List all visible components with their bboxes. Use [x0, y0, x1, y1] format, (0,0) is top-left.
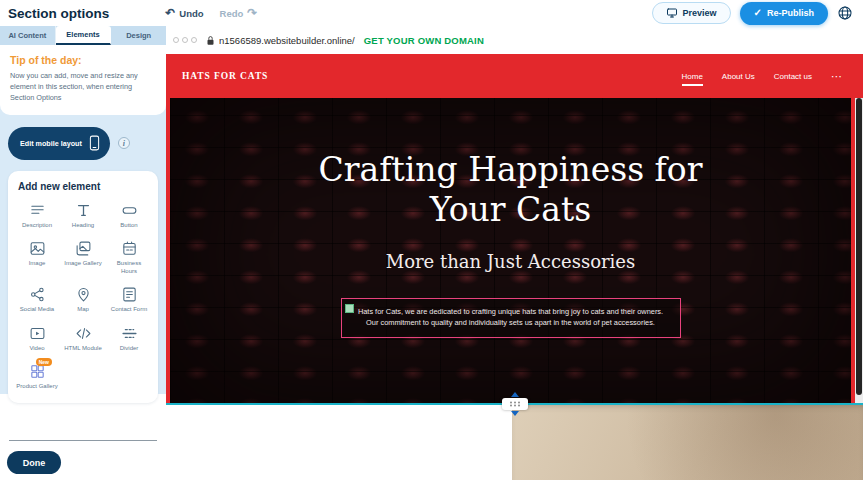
site-logo[interactable]: HATS FOR CATS [182, 71, 268, 81]
edit-mobile-label: Edit mobile layout [20, 139, 82, 148]
heading-icon [75, 202, 92, 219]
preview-label: Preview [683, 8, 717, 18]
undo-icon: ↶ [165, 7, 175, 19]
next-section-blank [166, 404, 512, 480]
nav-more-icon[interactable]: ⋯ [831, 70, 843, 83]
add-element-title: Add new element [18, 181, 148, 192]
tab-design[interactable]: Design [111, 26, 166, 45]
element-social-media[interactable]: Social Media [14, 286, 60, 314]
element-label: Divider [120, 345, 139, 353]
element-divider[interactable]: Divider [106, 325, 152, 353]
element-label: Image [29, 260, 46, 268]
tab-ai-content[interactable]: AI Content [0, 26, 56, 45]
footer-divider [9, 440, 157, 441]
preview-button[interactable]: Preview [652, 2, 731, 24]
element-label: Map [77, 306, 89, 314]
monitor-icon [666, 7, 678, 19]
element-heading[interactable]: Heading [60, 202, 106, 230]
redo-button[interactable]: Redo ↷ [220, 7, 258, 19]
element-description[interactable]: Description [14, 202, 60, 230]
element-html-module[interactable]: HTML Module [60, 325, 106, 353]
republish-button[interactable]: ✓ Re-Publish [740, 2, 828, 25]
element-label: Contact Form [111, 306, 147, 314]
get-your-own-domain-link[interactable]: GET YOUR OWN DOMAIN [364, 35, 484, 46]
button-icon [121, 202, 138, 219]
site-viewport: HATS FOR CATS Home About Us Contact us ⋯… [166, 54, 863, 480]
element-product-gallery[interactable]: New Product Gallery [14, 363, 60, 391]
section-resize-handle[interactable] [502, 392, 528, 416]
site-nav: Home About Us Contact us ⋯ [682, 70, 844, 83]
element-business-hours[interactable]: Business Hours [106, 240, 152, 275]
app: Section options ↶ Undo Redo ↷ Preview ✓ … [0, 0, 863, 480]
undo-button[interactable]: ↶ Undo [165, 7, 203, 19]
image-gallery-icon [75, 240, 92, 257]
browser-chrome: n1566589.websitebuilder.online/ GET YOUR… [166, 26, 863, 54]
sidebar: AI Content Elements Design Tip of the da… [0, 26, 166, 480]
element-label: Video [29, 345, 44, 353]
map-icon [75, 286, 92, 303]
hero-heading[interactable]: Crafting Happiness for Your Cats [291, 150, 731, 231]
element-label: Image Gallery [64, 260, 101, 268]
add-element-panel: Add new element Description Heading Butt… [8, 171, 158, 403]
hero-background-image: Crafting Happiness for Your Cats More th… [170, 98, 851, 404]
element-button[interactable]: Button [106, 202, 152, 230]
html-module-icon [75, 325, 92, 342]
phone-icon [89, 135, 100, 151]
selection-handle[interactable] [345, 304, 354, 313]
business-hours-icon [121, 240, 138, 257]
republish-label: Re-Publish [767, 8, 814, 18]
page-title: Section options [8, 6, 109, 21]
edit-mobile-layout-button[interactable]: Edit mobile layout [8, 127, 110, 160]
image-icon [29, 240, 46, 257]
url-text: n1566589.websitebuilder.online/ [219, 35, 355, 46]
description-icon [29, 202, 46, 219]
browser-dots-icon [173, 37, 197, 43]
element-label: Heading [72, 222, 94, 230]
nav-home[interactable]: Home [682, 72, 703, 81]
done-button[interactable]: Done [7, 451, 61, 474]
check-icon: ✓ [754, 8, 762, 18]
contact-form-icon [121, 286, 138, 303]
element-label: HTML Module [64, 345, 101, 353]
globe-icon[interactable] [837, 5, 853, 21]
tip-of-the-day: Tip of the day: Now you can add, move an… [0, 45, 166, 115]
nav-about-us[interactable]: About Us [722, 72, 755, 81]
new-badge: New [36, 358, 52, 366]
element-grid: Description Heading Button Image [14, 202, 152, 391]
redo-icon: ↷ [247, 7, 257, 19]
hero-section: Crafting Happiness for Your Cats More th… [166, 98, 863, 404]
lock-icon [206, 35, 215, 46]
element-video[interactable]: Video [14, 325, 60, 353]
sidebar-footer: Done [0, 440, 166, 480]
browser-preview: n1566589.websitebuilder.online/ GET YOUR… [166, 26, 863, 480]
resize-up-icon [511, 392, 519, 397]
element-image[interactable]: Image [14, 240, 60, 275]
undo-label: Undo [179, 8, 203, 19]
info-icon[interactable]: i [118, 137, 130, 149]
social-media-icon [29, 286, 46, 303]
resize-down-icon [511, 411, 519, 416]
mobile-layout-row: Edit mobile layout i [0, 115, 166, 171]
element-label: Product Gallery [16, 383, 57, 391]
scrollbar-thumb[interactable] [856, 98, 862, 395]
topbar-actions: Preview ✓ Re-Publish [652, 2, 853, 25]
tip-title: Tip of the day: [10, 54, 156, 66]
video-icon [29, 325, 46, 342]
nav-contact-us[interactable]: Contact us [774, 72, 812, 81]
next-section-image [512, 404, 863, 480]
element-map[interactable]: Map [60, 286, 106, 314]
hero-body-text: Hats for Cats, we are dedicated to craft… [355, 306, 667, 330]
site-scrollbar[interactable] [855, 98, 863, 404]
element-label: Description [22, 222, 52, 230]
element-image-gallery[interactable]: Image Gallery [60, 240, 106, 275]
element-label: Business Hours [108, 260, 150, 275]
divider-icon [121, 325, 138, 342]
hero-textbox[interactable]: Hats for Cats, we are dedicated to craft… [341, 298, 681, 339]
drag-dots-icon [502, 398, 528, 410]
element-contact-form[interactable]: Contact Form [106, 286, 152, 314]
tab-elements[interactable]: Elements [56, 26, 112, 45]
element-label: Button [120, 222, 137, 230]
sidebar-tabs: AI Content Elements Design [0, 26, 166, 45]
hero-subheading[interactable]: More than Just Accessories [170, 251, 851, 272]
history-controls: ↶ Undo Redo ↷ [165, 7, 257, 19]
